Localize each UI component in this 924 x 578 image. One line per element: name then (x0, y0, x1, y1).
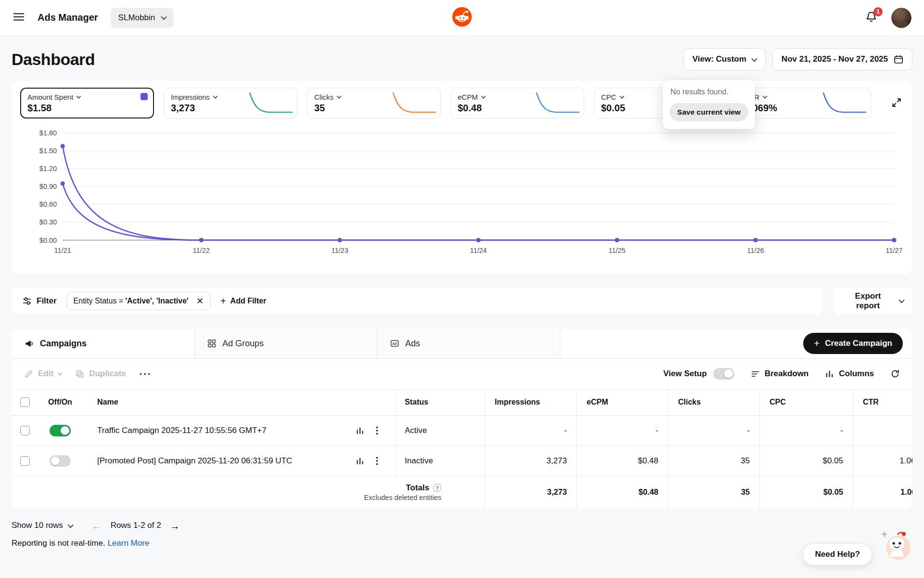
edit-label: Edit (38, 369, 53, 379)
header-cpc: CPC (759, 390, 853, 415)
account-name: SLMobbin (118, 13, 155, 23)
svg-text:$0.90: $0.90 (39, 183, 57, 190)
breakdown-label: Breakdown (765, 369, 809, 379)
header-clicks: Clicks (668, 390, 759, 415)
tab-ads[interactable]: AD Ads (377, 329, 560, 358)
view-selector-label: View: Custom (693, 54, 746, 64)
ecpm-value: - (577, 416, 668, 446)
metric-card-ctr[interactable]: CTR 1.069% (737, 88, 871, 118)
breakdown-lines-icon (751, 369, 760, 379)
select-all-checkbox[interactable] (20, 397, 30, 407)
edit-button[interactable]: Edit (24, 369, 62, 379)
metric-label: Impressions (171, 93, 210, 101)
campaign-on-off-toggle[interactable] (50, 455, 71, 467)
prev-page-button[interactable]: ← (92, 521, 102, 531)
duplicate-button[interactable]: Duplicate (75, 369, 126, 379)
svg-text:$1.80: $1.80 (39, 129, 57, 137)
save-current-view-button[interactable]: Save current view (669, 103, 748, 121)
totals-ecpm: $0.48 (577, 476, 668, 508)
row-menu-button[interactable] (375, 425, 379, 436)
header-name: Name (82, 390, 396, 415)
account-selector[interactable]: SLMobbin (111, 8, 174, 28)
svg-text:11/25: 11/25 (608, 247, 625, 254)
rows-per-page-selector[interactable]: Show 10 rows (12, 521, 73, 530)
metric-card-clicks[interactable]: Clicks 35 (307, 88, 441, 118)
row-checkbox[interactable] (20, 426, 30, 435)
header-impressions: Impressions (485, 390, 577, 415)
topbar: Ads Manager SLMobbin 1 (0, 0, 924, 36)
more-actions-button[interactable]: ··· (140, 368, 152, 380)
campaigns-table: Off/On Name Status Impressions eCPM Clic… (12, 390, 912, 508)
plus-icon: + (220, 296, 226, 306)
tab-campaigns[interactable]: Campaigns (12, 329, 194, 358)
columns-button[interactable]: Columns (825, 369, 874, 379)
filter-label: Filter (37, 296, 57, 306)
date-range-label: Nov 21, 2025 - Nov 27, 2025 (782, 54, 888, 64)
view-dropdown-popup: No results found. Save current view (663, 80, 755, 129)
collapse-chart-button[interactable] (889, 95, 904, 111)
row-chart-button[interactable] (355, 456, 365, 466)
export-report-button[interactable]: Export report (834, 288, 912, 315)
breakdown-button[interactable]: Breakdown (751, 369, 809, 379)
app-title: Ads Manager (38, 12, 98, 23)
metric-value: $1.58 (27, 103, 147, 114)
duplicate-label: Duplicate (89, 369, 126, 379)
row-chart-button[interactable] (355, 425, 365, 436)
campaign-on-off-toggle[interactable] (50, 425, 71, 436)
remove-filter-button[interactable] (195, 296, 205, 305)
totals-impressions: 3,273 (485, 476, 577, 508)
svg-text:11/24: 11/24 (470, 247, 487, 254)
columns-label: Columns (839, 369, 874, 379)
row-menu-button[interactable] (375, 456, 379, 466)
svg-text:11/23: 11/23 (331, 247, 348, 254)
metric-label: CPC (601, 93, 616, 101)
metric-label: Amount Spent (27, 93, 73, 101)
chip-value: 'Active', 'Inactive' (125, 297, 189, 305)
entity-tabs: Campaigns Ad Groups AD Ads + Creat (12, 329, 912, 359)
menu-icon[interactable] (13, 11, 25, 25)
svg-text:$0.30: $0.30 (39, 218, 57, 226)
svg-text:11/27: 11/27 (886, 247, 902, 254)
reporting-note-text: Reporting is not real-time. (12, 539, 105, 548)
row-checkbox[interactable] (20, 456, 30, 466)
next-page-button[interactable]: → (170, 521, 180, 531)
table-toolbar: Edit Duplicate ··· View Setup (12, 359, 912, 390)
filter-chip-entity-status[interactable]: Entity Status = 'Active', 'Inactive' (66, 292, 211, 310)
notifications-button[interactable]: 1 (863, 9, 880, 27)
add-filter-button[interactable]: + Add Filter (220, 296, 266, 306)
clicks-value: 35 (668, 446, 759, 476)
totals-cpc: $0.05 (759, 476, 853, 508)
header-ctr: CTR (853, 390, 912, 415)
cpc-value: - (759, 416, 853, 446)
campaign-name: Traffic Campaign 2025-11-27 10:55:56 GMT… (97, 426, 267, 435)
status-value: Inactive (396, 446, 485, 476)
no-results-text: No results found. (669, 87, 748, 103)
bar-chart-icon (356, 457, 364, 465)
view-setup-toggle[interactable] (713, 368, 734, 380)
avatar[interactable] (891, 8, 911, 28)
learn-more-link[interactable]: Learn More (107, 539, 149, 548)
grid-icon (207, 339, 217, 348)
tab-ad-groups[interactable]: Ad Groups (194, 329, 377, 358)
metric-label: eCPM (458, 93, 478, 101)
chevron-down-icon (161, 14, 167, 20)
metric-card-impressions[interactable]: Impressions 3,273 (164, 88, 297, 118)
refresh-button[interactable] (890, 369, 900, 379)
chevron-down-icon (77, 94, 81, 99)
need-help-button[interactable]: Need Help? (803, 543, 872, 565)
metric-card-amount-spent[interactable]: Amount Spent $1.58 (20, 88, 154, 118)
campaigns-table-card: Campaigns Ad Groups AD Ads + Creat (12, 329, 912, 508)
pencil-icon (24, 369, 33, 379)
totals-clicks: 35 (668, 476, 759, 508)
create-campaign-button[interactable]: + Create Campaign (803, 333, 903, 354)
plus-icon: + (814, 338, 820, 348)
view-selector-button[interactable]: View: Custom (683, 48, 766, 70)
chevron-down-icon (898, 297, 905, 303)
date-range-picker[interactable]: Nov 21, 2025 - Nov 27, 2025 (772, 48, 912, 70)
chevron-down-icon (762, 94, 767, 99)
bar-chart-icon (356, 426, 364, 435)
filter-button[interactable]: Filter (22, 296, 57, 306)
svg-text:$1.50: $1.50 (39, 147, 57, 155)
help-circle-icon[interactable]: ? (433, 484, 441, 492)
metric-card-ecpm[interactable]: eCPM $0.48 (450, 88, 584, 118)
